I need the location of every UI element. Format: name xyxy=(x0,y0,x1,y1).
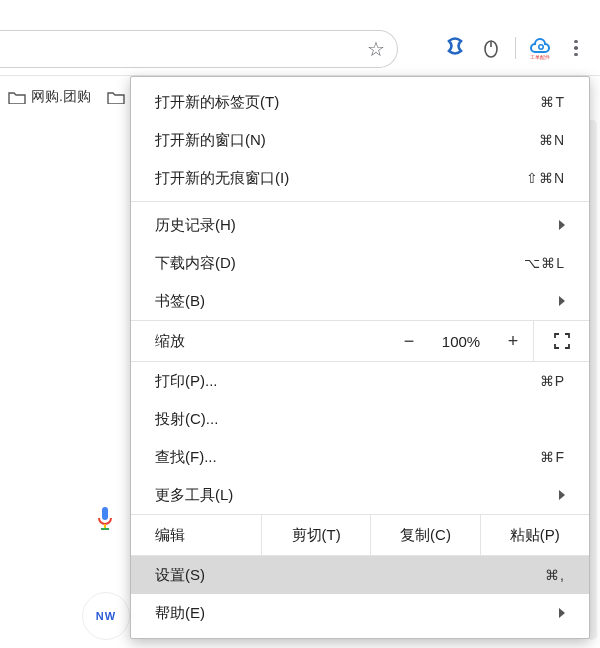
bookmark-folder-generic[interactable] xyxy=(103,88,129,106)
menu-label: 投射(C)... xyxy=(155,410,565,429)
extension-cloud-icon[interactable]: 工单配件 xyxy=(528,36,552,60)
menu-find[interactable]: 查找(F)... ⌘F xyxy=(131,438,589,476)
zoom-percent: 100% xyxy=(429,333,493,350)
menu-history[interactable]: 历史记录(H) xyxy=(131,206,589,244)
menu-label: 查找(F)... xyxy=(155,448,540,467)
extension-icons: 工单配件 xyxy=(443,36,588,60)
menu-label: 打开新的标签页(T) xyxy=(155,93,540,112)
menu-label: 历史记录(H) xyxy=(155,216,559,235)
menu-help[interactable]: 帮助(E) xyxy=(131,594,589,632)
zoom-in-button[interactable]: + xyxy=(493,331,533,352)
menu-edit-row: 编辑 剪切(T) 复制(C) 粘贴(P) xyxy=(131,514,589,556)
menu-zoom-row: 缩放 − 100% + xyxy=(131,320,589,362)
menu-label: 打印(P)... xyxy=(155,372,540,391)
folder-icon xyxy=(8,90,26,104)
menu-more-tools[interactable]: 更多工具(L) xyxy=(131,476,589,514)
menu-shortcut: ⇧⌘N xyxy=(526,170,565,186)
menu-cast[interactable]: 投射(C)... xyxy=(131,400,589,438)
menu-new-window[interactable]: 打开新的窗口(N) ⌘N xyxy=(131,121,589,159)
menu-shortcut: ⌘, xyxy=(545,567,565,583)
bookmark-label: 网购.团购 xyxy=(31,88,91,106)
menu-print[interactable]: 打印(P)... ⌘P xyxy=(131,362,589,400)
edit-copy-button[interactable]: 复制(C) xyxy=(370,515,479,555)
bookmark-folder-shopping[interactable]: 网购.团购 xyxy=(4,86,95,108)
folder-icon xyxy=(107,90,125,104)
menu-shortcut: ⌘P xyxy=(540,373,565,389)
zoom-out-button[interactable]: − xyxy=(389,331,429,352)
svg-point-2 xyxy=(539,45,543,49)
menu-label: 编辑 xyxy=(131,515,261,555)
bookmarks-bar: 网购.团购 xyxy=(0,86,129,108)
submenu-arrow-icon xyxy=(559,490,565,500)
google-mic-icon[interactable] xyxy=(96,506,114,535)
menu-bookmarks[interactable]: 书签(B) xyxy=(131,282,589,320)
menu-label: 帮助(E) xyxy=(155,604,559,623)
menu-label: 缩放 xyxy=(131,332,321,351)
edit-cut-button[interactable]: 剪切(T) xyxy=(261,515,370,555)
submenu-arrow-icon xyxy=(559,220,565,230)
menu-separator xyxy=(131,201,589,202)
menu-new-incognito[interactable]: 打开新的无痕窗口(I) ⇧⌘N xyxy=(131,159,589,197)
menu-label: 设置(S) xyxy=(155,566,545,585)
fullscreen-icon xyxy=(553,332,571,350)
chrome-menu-button[interactable] xyxy=(564,36,588,60)
omnibox[interactable]: ☆ xyxy=(0,30,398,68)
menu-label: 更多工具(L) xyxy=(155,486,559,505)
menu-new-tab[interactable]: 打开新的标签页(T) ⌘T xyxy=(131,83,589,121)
browser-toolbar: ☆ 工单配件 xyxy=(0,0,600,76)
submenu-arrow-icon xyxy=(559,608,565,618)
bookmark-star-icon[interactable]: ☆ xyxy=(367,37,385,61)
menu-settings[interactable]: 设置(S) ⌘, xyxy=(131,556,589,594)
menu-downloads[interactable]: 下载内容(D) ⌥⌘L xyxy=(131,244,589,282)
menu-label: 打开新的窗口(N) xyxy=(155,131,539,150)
edit-paste-button[interactable]: 粘贴(P) xyxy=(480,515,589,555)
chrome-main-menu: 打开新的标签页(T) ⌘T 打开新的窗口(N) ⌘N 打开新的无痕窗口(I) ⇧… xyxy=(130,76,590,639)
extension-mouse-icon[interactable] xyxy=(479,36,503,60)
page-avatar[interactable]: NW xyxy=(82,592,130,640)
submenu-arrow-icon xyxy=(559,296,565,306)
menu-label: 书签(B) xyxy=(155,292,559,311)
fullscreen-button[interactable] xyxy=(533,321,589,361)
toolbar-separator xyxy=(515,37,516,59)
extension-s-icon[interactable] xyxy=(443,36,467,60)
menu-shortcut: ⌘F xyxy=(540,449,565,465)
menu-label: 下载内容(D) xyxy=(155,254,524,273)
menu-shortcut: ⌘T xyxy=(540,94,565,110)
menu-shortcut: ⌥⌘L xyxy=(524,255,565,271)
menu-label: 打开新的无痕窗口(I) xyxy=(155,169,526,188)
svg-rect-3 xyxy=(102,507,108,520)
menu-shortcut: ⌘N xyxy=(539,132,565,148)
